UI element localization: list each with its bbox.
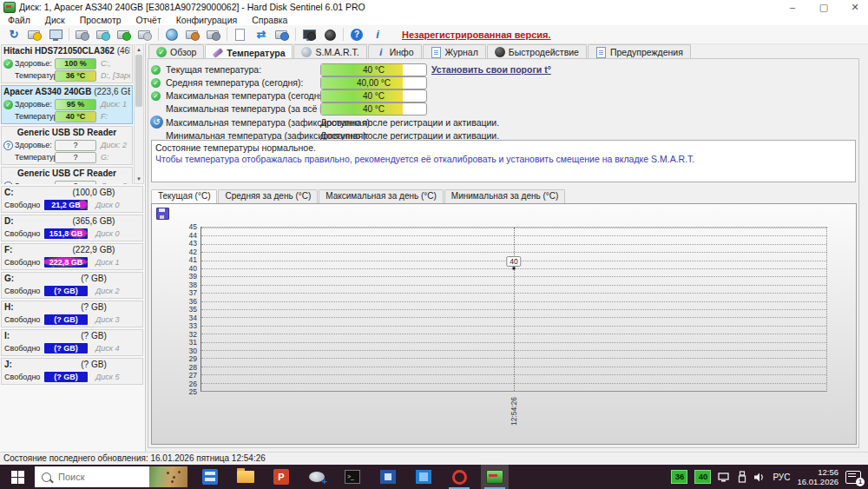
menu-bar: Файл Диск Просмотр Отчёт Конфигурация Сп…	[0, 14, 868, 25]
info-icon[interactable]: i	[367, 26, 388, 43]
main-tabs: ✓Обзор Температура S.M.A.R.T. iИнфо Журн…	[148, 44, 692, 59]
disk-item-apacer-selected[interactable]: Apacer AS340 240GB (223,6 GB) ✓ Здоровье…	[1, 85, 133, 124]
report-page-icon[interactable]	[230, 26, 251, 43]
temp-row-label: Максимальная температура (сегодня):	[166, 90, 330, 101]
disk-history-icon[interactable]	[93, 26, 114, 43]
no-monitor-icon[interactable]	[299, 26, 319, 43]
calculator-icon[interactable]	[196, 465, 224, 489]
disk-search-icon[interactable]	[135, 26, 155, 43]
set-thresholds-link[interactable]: Установить свои пороги t°	[431, 64, 551, 75]
disk-print-icon[interactable]	[203, 26, 224, 43]
disk-item-usb-sd-reader[interactable]: Generic USB SD Reader ? Здоровье: ? Диск…	[1, 126, 133, 165]
hard-disk-sentinel-icon[interactable]	[481, 465, 509, 489]
system-tray: 36 40 РУС 12:56 16.01.2026 1	[671, 467, 868, 486]
report-page-glyph	[233, 28, 247, 41]
usb-icon[interactable]	[738, 471, 746, 483]
close-button[interactable]: ✕	[849, 2, 861, 13]
disk-list-scrollbar[interactable]: ▲ ▼	[134, 44, 144, 184]
help-icon[interactable]: ?	[346, 26, 367, 43]
disk-item-usb-cf-reader[interactable]: Generic USB CF Reader ? Здоровье: ? Диск…	[1, 167, 133, 184]
globe-disk-icon[interactable]	[161, 26, 182, 43]
disk-warning-icon[interactable]	[24, 26, 45, 43]
tray-temp-badge-2[interactable]: 40	[694, 470, 711, 484]
menu-report[interactable]: Отчёт	[136, 15, 161, 25]
chart-point-value-label: 40	[506, 256, 521, 267]
tab-alerts[interactable]: Предупреждения	[588, 44, 691, 59]
monitor-report-icon[interactable]	[45, 26, 66, 43]
sync-icon[interactable]: ⇄	[251, 26, 272, 43]
menu-configuration[interactable]: Конфигурация	[176, 15, 237, 25]
tab-overview[interactable]: ✓Обзор	[148, 44, 204, 59]
partition-size: (? GB)	[48, 360, 140, 371]
chart-data-point[interactable]	[513, 268, 516, 270]
free-label: Свободно	[4, 229, 44, 238]
disk-export-icon[interactable]	[182, 26, 203, 43]
maximize-button[interactable]: ▢	[818, 2, 830, 13]
free-label: Свободно	[4, 315, 44, 324]
file-explorer-icon[interactable]	[232, 465, 260, 489]
partition-item-d[interactable]: D:(365,6 GB) Свободно151,8 GBДиск 0	[1, 215, 143, 241]
taskbar-search[interactable]	[35, 466, 187, 487]
scroll-up-arrow[interactable]: ▲	[135, 45, 143, 54]
chart-tab-daily-min[interactable]: Минимальная за день (°C)	[444, 189, 566, 203]
temp-label: Температура:	[15, 71, 55, 80]
disk-clock-icon[interactable]	[72, 26, 93, 43]
start-button[interactable]	[0, 465, 35, 489]
temp-row-label: Средняя температура (сегодня):	[166, 77, 303, 88]
search-input[interactable]	[56, 471, 129, 483]
minimize-button[interactable]: –	[786, 2, 799, 12]
status-ok-icon: ✓	[151, 65, 161, 75]
free-space-bar: (? GB)	[44, 314, 88, 325]
network-disks-icon[interactable]	[272, 26, 293, 43]
tray-temp-badge-1[interactable]: 36	[671, 470, 687, 484]
disk-add-icon[interactable]	[114, 26, 135, 43]
unregistered-version-link[interactable]: Незарегистрированная версия.	[402, 30, 551, 40]
menu-help[interactable]: Справка	[252, 15, 287, 25]
partition-item-f[interactable]: F:(222,9 GB) Свободно222,8 GBДиск 1	[1, 243, 143, 270]
photos-app-icon[interactable]	[410, 465, 437, 489]
refresh-icon[interactable]: ↻	[3, 26, 24, 43]
volume-icon[interactable]	[753, 472, 766, 483]
partition-item-c[interactable]: C:(100,0 GB) Свободно21,2 GBДиск 0	[1, 186, 143, 213]
scroll-thumb[interactable]	[135, 55, 142, 107]
tray-clock[interactable]: 12:56 16.01.2026	[797, 467, 838, 486]
network-icon[interactable]	[718, 472, 731, 483]
disk-print-glyph	[207, 28, 220, 41]
opera-icon[interactable]	[445, 465, 473, 489]
disk-item-hitachi[interactable]: Hitachi HDS721050CLA362 (465,8 GB) Д ✓ З…	[1, 44, 133, 83]
chart-x-tick-label: 12:54:26	[510, 397, 518, 426]
disk-utility-icon[interactable]	[303, 465, 331, 489]
save-chart-button[interactable]	[156, 208, 169, 220]
sidebar: Hitachi HDS721050CLA362 (465,8 GB) Д ✓ З…	[0, 43, 146, 452]
partition-item-j[interactable]: J:(? GB) Свободно(? GB)Диск 5	[1, 358, 143, 385]
media-app-icon[interactable]	[374, 465, 402, 489]
language-indicator[interactable]: РУС	[773, 472, 790, 482]
partition-letter: H:	[4, 302, 48, 314]
gauge-icon[interactable]	[319, 26, 340, 43]
terminal-icon[interactable]: >_	[339, 465, 366, 489]
notification-center-icon[interactable]: 1	[845, 471, 861, 484]
tab-smart[interactable]: S.M.A.R.T.	[293, 44, 366, 59]
tab-performance[interactable]: Быстродействие	[487, 44, 587, 59]
disk-name: Generic USB SD Reader	[17, 128, 117, 137]
help-glyph: ?	[351, 29, 363, 41]
powerpoint-icon[interactable]: P	[267, 465, 295, 489]
average-temp-bar: 40,00 °C	[320, 76, 427, 89]
partition-item-i[interactable]: I:(? GB) Свободно(? GB)Диск 4	[1, 329, 143, 356]
temp-bar: ?	[55, 152, 96, 163]
menu-view[interactable]: Просмотр	[80, 15, 122, 25]
chart-tab-daily-average[interactable]: Средняя за день (°C)	[218, 189, 318, 203]
tab-log[interactable]: Журнал	[423, 44, 486, 59]
menu-disk[interactable]: Диск	[45, 15, 65, 25]
menu-file[interactable]: Файл	[8, 15, 30, 25]
search-highlight-image[interactable]	[149, 466, 187, 487]
scroll-down-arrow[interactable]: ▼	[135, 175, 143, 183]
chart-tab-daily-max[interactable]: Максимальная за день (°C)	[319, 189, 444, 203]
app-icon	[3, 2, 16, 13]
max-today-temp-bar: 40 °C	[320, 89, 427, 102]
chart-gridline	[201, 391, 826, 392]
chart-tab-current[interactable]: Текущая (°C)	[151, 189, 217, 203]
partition-item-h[interactable]: H:(? GB) Свободно(? GB)Диск 3	[1, 301, 143, 327]
tab-info[interactable]: iИнфо	[368, 44, 422, 59]
partition-item-g[interactable]: G:(? GB) Свободно(? GB)Диск 2	[1, 272, 143, 299]
